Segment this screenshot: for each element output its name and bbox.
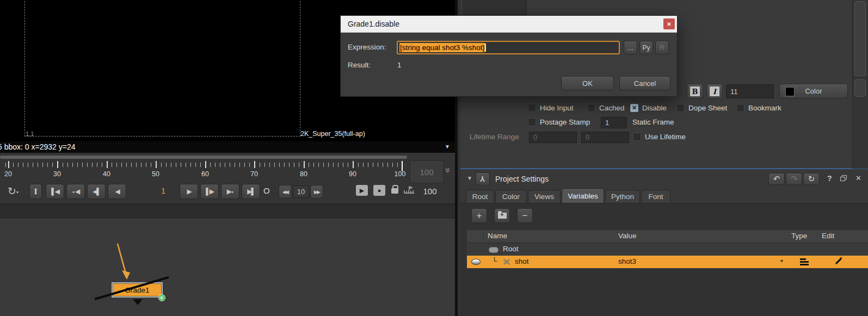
tab-color[interactable]: Color <box>495 190 527 203</box>
frame-range-flag-icon[interactable] <box>404 185 415 194</box>
postage-stamp-label: Postage Stamp <box>540 118 590 126</box>
timeline-major-tick <box>353 161 354 168</box>
postage-stamp-checkbox[interactable] <box>528 118 536 126</box>
node-graph-panel[interactable]: ditor ✕ Dope Sheet ✕ Grade1 E <box>0 205 455 316</box>
hide-input-checkbox[interactable] <box>528 104 536 112</box>
row-shot-value[interactable]: shot3 <box>618 257 636 265</box>
edit-pencil-icon[interactable] <box>835 258 841 264</box>
column-header-edit[interactable]: Edit <box>822 232 834 240</box>
frame-increment-input[interactable]: 10 <box>293 185 309 198</box>
jump-forward-increment-button[interactable]: ▶▶ <box>310 185 323 199</box>
timeline-tick-label: 40 <box>103 170 110 178</box>
table-row-shot[interactable]: └ shot shot3 ▾ <box>467 256 868 268</box>
project-settings-panel: ▼ Y Project Settings ↶ ↷ ↻ ? ✕ Root Colo… <box>460 169 868 316</box>
expression-python-button[interactable]: Py <box>639 41 653 54</box>
revert-button[interactable]: ↻ <box>803 173 820 185</box>
remove-variable-button[interactable]: − <box>517 208 533 223</box>
disable-checkbox[interactable] <box>630 104 638 112</box>
ok-button[interactable]: OK <box>561 76 614 90</box>
use-lifetime-checkbox[interactable] <box>633 133 641 141</box>
lock-range-icon[interactable] <box>391 188 398 194</box>
timeline-major-tick <box>156 161 157 168</box>
timeline-ruler[interactable]: 20 30 40 50 60 70 80 90 100 <box>0 161 408 181</box>
render-region-button[interactable]: ● <box>373 185 385 196</box>
play-flipbook-button[interactable]: ▶ <box>356 185 368 196</box>
previous-keyframe-button[interactable]: ●◀ <box>66 184 85 199</box>
table-row-root[interactable]: Root <box>467 243 868 256</box>
current-frame-value[interactable]: 1 <box>147 187 180 195</box>
panel-collapse-triangle-icon[interactable]: ▼ <box>467 175 472 181</box>
node-input-arrow[interactable] <box>108 239 140 285</box>
node-graph-tab-strip <box>0 205 455 219</box>
status-dropdown-icon[interactable]: ▼ <box>445 144 450 150</box>
nuke-app-window: 1,1 2K_Super_35(full-ap) 5 bbox: 0 x=293… <box>0 0 868 316</box>
dope-sheet-checkbox[interactable] <box>676 104 685 112</box>
value-dropdown-icon[interactable]: ▾ <box>780 258 783 264</box>
lifetime-end-input[interactable]: 0 <box>581 132 629 143</box>
visibility-eye-icon[interactable] <box>471 259 481 265</box>
timeline-collapse-chevron-icon[interactable]: » <box>442 168 453 172</box>
column-header-value[interactable]: Value <box>618 232 637 240</box>
jump-back-increment-button[interactable]: ◀◀ <box>279 185 292 199</box>
color-swatch <box>785 87 795 96</box>
expression-input[interactable]: [string equal shot3 %shot] <box>397 41 620 54</box>
column-header-name[interactable]: Name <box>488 232 507 240</box>
lifetime-start-input[interactable]: 0 <box>529 132 577 143</box>
viewer-format-label: 2K_Super_35(full-ap) <box>300 130 365 138</box>
help-button[interactable]: ? <box>827 174 832 183</box>
static-frame-label: Static Frame <box>632 118 674 126</box>
scrollbar-thumb[interactable] <box>854 1 866 76</box>
label-italic-button[interactable]: I <box>706 84 723 99</box>
node-output-connector[interactable] <box>133 299 143 305</box>
label-font-size-input[interactable]: 11 <box>726 84 774 98</box>
set-out-point-button[interactable]: O <box>263 186 270 195</box>
play-backward-button[interactable]: ◀ <box>108 184 126 199</box>
row-root-name: Root <box>503 245 519 253</box>
properties-scrollbar[interactable] <box>852 0 868 169</box>
column-header-type[interactable]: Type <box>791 232 807 240</box>
result-label: Result: <box>348 61 371 69</box>
timeline-range-scrollbar[interactable] <box>0 156 407 159</box>
node-icon-button[interactable]: Y <box>476 172 490 185</box>
tab-views[interactable]: Views <box>528 190 561 203</box>
play-forward-button[interactable]: ▶ <box>180 184 198 199</box>
tab-root[interactable]: Root <box>466 190 494 203</box>
lifetime-range-label: Lifetime Range <box>470 133 519 141</box>
tab-font[interactable]: Font <box>641 190 670 203</box>
type-list-icon[interactable] <box>800 258 809 265</box>
expression-browse-button[interactable]: ... <box>624 41 637 54</box>
static-frame-input[interactable]: 1 <box>601 117 627 128</box>
go-to-start-button[interactable]: ▌◀ <box>46 184 64 199</box>
step-back-button[interactable]: ◀▌ <box>87 184 106 199</box>
visible-range-end-box[interactable]: 100 <box>410 160 444 183</box>
node-grade1[interactable]: Grade1 <box>112 282 163 298</box>
expression-r-button[interactable]: R <box>655 41 669 54</box>
label-bold-button[interactable]: B <box>687 84 703 99</box>
scrollbar-thumb-small[interactable] <box>854 79 866 97</box>
timeline-major-tick <box>254 161 255 168</box>
cancel-button[interactable]: Cancel <box>619 76 670 90</box>
redo-button[interactable]: ↷ <box>786 173 802 185</box>
go-to-end-button[interactable]: ▶▌ <box>242 184 260 199</box>
add-variable-button[interactable]: + <box>471 208 487 223</box>
set-in-point-button[interactable]: I <box>29 184 42 199</box>
panel-close-icon[interactable]: ✕ <box>855 174 861 182</box>
panel-title: Project Settings <box>495 175 549 183</box>
next-keyframe-button[interactable]: ▶● <box>221 184 239 199</box>
dialog-close-button[interactable]: ✕ <box>663 18 675 29</box>
global-range-end-value[interactable]: 100 <box>415 187 445 196</box>
step-forward-button[interactable]: ▌▶ <box>200 184 219 199</box>
add-group-button[interactable] <box>494 208 510 223</box>
expression-selected-text: [string equal shot3 %shot] <box>399 43 485 52</box>
bookmark-checkbox[interactable] <box>736 104 744 112</box>
cached-checkbox[interactable] <box>587 104 595 112</box>
dialog-title-bar[interactable]: Grade1.disable ✕ <box>341 16 677 33</box>
node-color-button[interactable]: Color <box>779 84 848 98</box>
undo-button[interactable]: ↶ <box>768 173 785 185</box>
tab-variables[interactable]: Variables <box>562 188 604 203</box>
float-panel-icon[interactable] <box>840 175 847 181</box>
timeline-major-tick <box>107 161 108 168</box>
timeline-tick-label: 20 <box>4 170 12 178</box>
playback-mode-icon[interactable]: ↻▾ <box>8 185 19 197</box>
tab-python[interactable]: Python <box>605 190 640 203</box>
